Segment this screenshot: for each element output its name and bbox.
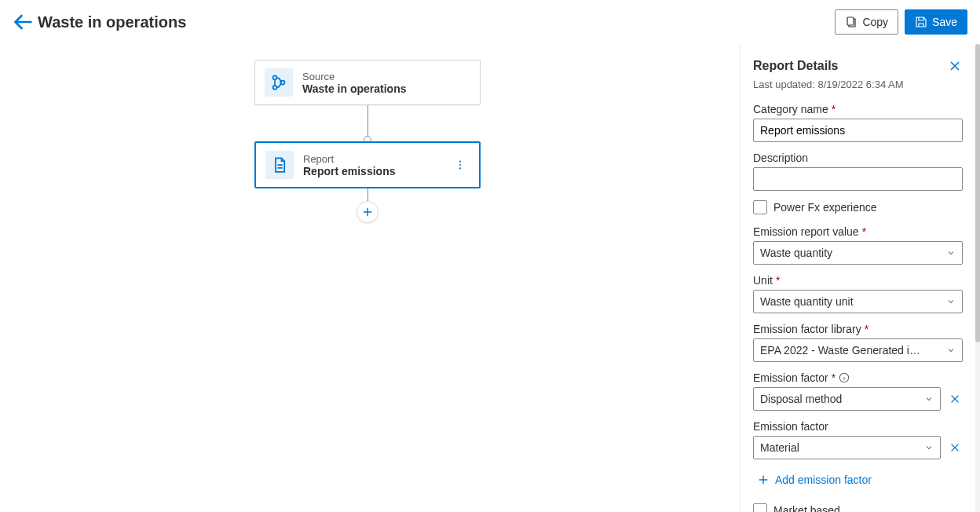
- required-marker: *: [832, 103, 836, 115]
- powerfx-label: Power Fx experience: [773, 201, 877, 214]
- node-source-title: Waste in operations: [302, 82, 407, 95]
- flow-canvas[interactable]: Source Waste in operations Report Report…: [0, 44, 740, 512]
- chevron-down-icon: [924, 394, 934, 404]
- library-text: EPA 2022 - Waste Generated in Opera…: [760, 344, 925, 357]
- emission-report-value-text: Waste quantity: [760, 247, 832, 259]
- plus-icon: [362, 207, 373, 218]
- arrow-left-icon: [13, 11, 35, 33]
- category-name-input[interactable]: [753, 119, 963, 142]
- scrollbar-thumb[interactable]: [975, 44, 980, 342]
- emission-factor-2-remove[interactable]: [947, 440, 963, 455]
- required-marker: *: [832, 371, 836, 384]
- branch-icon: [265, 68, 293, 97]
- node-report-type: Report: [303, 153, 395, 165]
- panel-close-button[interactable]: [947, 58, 963, 74]
- node-source-texts: Source Waste in operations: [302, 71, 407, 95]
- description-label: Description: [753, 152, 808, 164]
- unit-text: Waste quantity unit: [760, 295, 854, 308]
- add-step-button[interactable]: [357, 201, 378, 223]
- emission-factor-2-text: Material: [760, 441, 799, 454]
- unit-label: Unit: [753, 274, 773, 287]
- close-icon: [949, 393, 960, 404]
- back-button[interactable]: [13, 11, 35, 33]
- library-label: Emission factor library: [753, 323, 861, 335]
- emission-report-value-label: Emission report value: [753, 225, 859, 238]
- close-icon: [949, 442, 960, 453]
- emission-factor-1-label: Emission factor: [753, 371, 828, 384]
- emission-factor-2-label: Emission factor: [753, 420, 828, 433]
- powerfx-checkbox[interactable]: [753, 200, 767, 214]
- node-source[interactable]: Source Waste in operations: [254, 60, 481, 105]
- add-emission-factor-link[interactable]: Add emission factor: [758, 474, 872, 486]
- node-report[interactable]: Report Report emissions: [254, 141, 481, 188]
- svg-point-2: [273, 86, 277, 90]
- svg-rect-0: [847, 17, 854, 25]
- node-report-texts: Report Report emissions: [303, 153, 395, 177]
- market-based-label: Market based: [773, 504, 840, 512]
- chevron-down-icon: [924, 443, 934, 452]
- copy-button[interactable]: Copy: [835, 9, 898, 35]
- market-based-checkbox[interactable]: [753, 503, 767, 512]
- svg-point-5: [459, 164, 461, 166]
- panel-title: Report Details: [753, 59, 838, 73]
- library-select[interactable]: EPA 2022 - Waste Generated in Opera…: [753, 338, 963, 362]
- emission-report-value-select[interactable]: Waste quantity: [753, 241, 963, 265]
- emission-factor-1-text: Disposal method: [760, 393, 842, 405]
- plus-icon: [758, 474, 769, 485]
- more-vertical-icon: [455, 159, 466, 170]
- save-icon: [915, 16, 927, 28]
- chevron-down-icon: [946, 346, 956, 355]
- panel-last-updated: Last updated: 8/19/2022 6:34 AM: [753, 79, 963, 90]
- copy-button-label: Copy: [862, 16, 888, 28]
- chevron-down-icon: [946, 248, 956, 258]
- close-icon: [949, 60, 961, 72]
- save-button-label: Save: [932, 16, 957, 28]
- required-marker: *: [862, 225, 866, 238]
- header: Waste in operations Copy Save: [0, 0, 980, 44]
- svg-point-4: [459, 161, 461, 163]
- category-name-label: Category name: [753, 103, 828, 115]
- node-report-title: Report emissions: [303, 165, 395, 177]
- svg-point-1: [273, 75, 277, 79]
- required-marker: *: [776, 274, 780, 287]
- node-source-type: Source: [302, 71, 407, 82]
- emission-factor-1-remove[interactable]: [947, 391, 963, 407]
- copy-icon: [845, 16, 858, 28]
- emission-factor-2-select[interactable]: Material: [753, 436, 941, 459]
- document-icon: [265, 151, 294, 179]
- connector-line: [368, 105, 368, 139]
- details-panel: Report Details Last updated: 8/19/2022 6…: [740, 44, 975, 512]
- save-button[interactable]: Save: [905, 9, 967, 35]
- svg-point-6: [459, 167, 461, 169]
- chevron-down-icon: [946, 297, 956, 306]
- header-actions: Copy Save: [835, 9, 967, 35]
- page-title: Waste in operations: [38, 13, 186, 31]
- description-input[interactable]: [753, 167, 963, 191]
- info-icon[interactable]: [839, 372, 850, 383]
- node-report-menu[interactable]: [451, 155, 470, 174]
- add-emission-factor-label: Add emission factor: [775, 474, 872, 486]
- required-marker: *: [865, 323, 868, 335]
- emission-factor-1-select[interactable]: Disposal method: [753, 387, 941, 411]
- unit-select[interactable]: Waste quantity unit: [753, 290, 963, 313]
